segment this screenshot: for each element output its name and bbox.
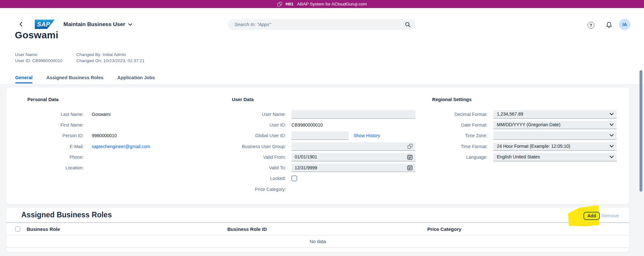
back-button[interactable] xyxy=(18,21,24,27)
date-format-label: Date Format: xyxy=(422,122,488,128)
global-user-id-input[interactable] xyxy=(291,131,349,140)
no-data-row: No data xyxy=(6,235,629,248)
avatar-initials: IA xyxy=(622,22,627,27)
personal-data-title: Personal Data xyxy=(27,97,208,103)
system-sessions-icon xyxy=(277,2,282,6)
user-data-title: User Data xyxy=(232,97,431,103)
global-user-id-row: Global User ID: Show History xyxy=(225,130,431,141)
app-title-menu[interactable]: Maintain Business User xyxy=(63,21,132,28)
meta-user-id: User ID: CB9980000010 xyxy=(15,58,62,64)
value-help-icon[interactable] xyxy=(408,144,412,149)
chevron-down-icon xyxy=(610,156,614,158)
chevron-down-icon xyxy=(610,145,614,148)
personal-data-group: Personal Data Last Name: Goswami First N… xyxy=(21,97,208,173)
person-id-row: Person ID: 9980000010 xyxy=(21,130,208,141)
language-row: Language: English United States xyxy=(422,152,628,162)
user-data-group: User Data User Name: User ID: CB99800000… xyxy=(225,97,431,194)
decimal-format-value: 1,234,567.89 xyxy=(497,111,523,117)
sap-logo[interactable]: SAP xyxy=(35,20,55,29)
time-format-label: Time Format: xyxy=(422,144,488,149)
user-id-label: User ID: xyxy=(225,122,286,128)
object-meta-left: User Name: User ID: CB9980000010 xyxy=(15,52,62,64)
language-label: Language: xyxy=(422,155,488,160)
business-user-group-input[interactable] xyxy=(291,142,415,151)
time-format-value: 24 Hour Format (Example: 12:05:10) xyxy=(497,144,570,149)
decimal-format-select[interactable]: 1,234,567.89 xyxy=(493,110,617,119)
first-name-label: First Name: xyxy=(21,122,84,128)
email-row: E-Mail: saptechengineer@gmail.com xyxy=(21,141,208,152)
chevron-down-icon xyxy=(128,23,132,26)
app-title: Maintain Business User xyxy=(63,21,125,28)
date-format-value: MM/DD/YYYY (Gregorian Date) xyxy=(497,122,560,127)
time-zone-label: Time Zone: xyxy=(422,133,488,138)
vertical-scrollbar-thumb[interactable] xyxy=(639,70,642,192)
user-avatar[interactable]: IA xyxy=(619,19,630,30)
valid-to-row: Valid To: xyxy=(225,162,431,173)
price-category-row: Price Category: xyxy=(225,184,431,194)
help-icon: ? xyxy=(588,22,594,29)
general-section-card: Personal Data Last Name: Goswami First N… xyxy=(6,88,629,204)
add-button[interactable]: Add xyxy=(583,212,600,220)
meta-changed-on: Changed On: 10/23/2023, 02:37:21 xyxy=(76,58,145,64)
valid-from-input[interactable] xyxy=(291,153,415,161)
user-name-row: User Name: xyxy=(225,109,431,119)
valid-from-label: Valid From: xyxy=(225,155,286,160)
calendar-icon[interactable] xyxy=(407,165,413,171)
date-format-select[interactable]: MM/DD/YYYY (Gregorian Date) xyxy=(493,121,617,129)
location-label: Location: xyxy=(21,165,84,170)
select-all-checkbox[interactable] xyxy=(15,226,20,232)
global-user-id-label: Global User ID: xyxy=(225,133,286,138)
shell-search xyxy=(228,19,415,30)
tab-general[interactable]: General xyxy=(15,75,33,81)
remove-button[interactable]: Remove xyxy=(601,213,619,218)
last-name-row: Last Name: Goswami xyxy=(21,109,208,119)
person-id-label: Person ID: xyxy=(21,133,84,138)
email-link[interactable]: saptechengineer@gmail.com xyxy=(92,144,150,149)
search-input[interactable] xyxy=(234,22,405,27)
locked-label: Locked: xyxy=(225,176,286,181)
user-name-input[interactable] xyxy=(291,110,415,119)
tab-assigned-business-roles[interactable]: Assigned Business Roles xyxy=(46,75,103,81)
locked-row: Locked: xyxy=(225,173,431,184)
notifications-button[interactable] xyxy=(605,21,613,29)
phone-row: Phone: xyxy=(21,152,208,162)
chevron-down-icon xyxy=(610,113,614,116)
bell-icon xyxy=(606,22,612,29)
time-format-row: Time Format: 24 Hour Format (Example: 12… xyxy=(422,141,628,152)
tab-application-jobs[interactable]: Application Jobs xyxy=(117,75,155,81)
locked-checkbox[interactable] xyxy=(291,175,297,181)
regional-settings-title: Regional Settings xyxy=(432,97,628,103)
person-id-value: 9980000010 xyxy=(92,133,117,138)
regional-settings-group: Regional Settings Decimal Format: 1,234,… xyxy=(422,97,628,162)
language-select[interactable]: English United States xyxy=(493,153,617,161)
last-name-value: Goswami xyxy=(92,112,110,117)
help-button[interactable]: ? xyxy=(587,21,595,29)
roles-table-header: Business Role Business Role ID Price Cat… xyxy=(6,223,629,235)
decimal-format-row: Decimal Format: 1,234,567.89 xyxy=(422,109,628,119)
section-tabs: General Assigned Business Roles Applicat… xyxy=(15,75,155,81)
business-user-group-row: Business User Group: xyxy=(225,141,431,152)
time-zone-select[interactable] xyxy=(493,131,617,140)
system-banner: H01 ABAP System for ACloudGuruji.com xyxy=(0,0,644,8)
system-name: ABAP System for ACloudGuruji.com xyxy=(297,2,367,6)
chevron-down-icon xyxy=(610,123,614,126)
calendar-icon[interactable] xyxy=(407,154,413,160)
date-format-row: Date Format: MM/DD/YYYY (Gregorian Date) xyxy=(422,119,628,130)
sap-logo-text: SAP xyxy=(37,21,50,28)
show-history-link[interactable]: Show History xyxy=(354,133,380,138)
time-format-select[interactable]: 24 Hour Format (Example: 12:05:10) xyxy=(493,142,617,151)
decimal-format-label: Decimal Format: xyxy=(422,112,488,117)
maintain-business-user-page: H01 ABAP System for ACloudGuruji.com SAP… xyxy=(0,0,644,256)
assigned-business-roles-card: Assigned Business Roles Add Remove Busin… xyxy=(6,208,629,252)
chevron-down-icon xyxy=(610,134,614,137)
valid-to-input[interactable] xyxy=(291,164,415,172)
user-id-value: CB9980000010 xyxy=(291,122,323,128)
assigned-business-roles-title: Assigned Business Roles xyxy=(21,211,112,219)
search-icon[interactable] xyxy=(405,22,411,28)
last-name-label: Last Name: xyxy=(21,112,84,117)
first-name-row: First Name: xyxy=(21,119,208,130)
user-name-label: User Name: xyxy=(225,112,286,117)
time-zone-row: Time Zone: xyxy=(422,130,628,141)
object-meta-right: Changed By: Initial Admin Changed On: 10… xyxy=(76,52,145,64)
system-id: H01 xyxy=(286,2,294,6)
